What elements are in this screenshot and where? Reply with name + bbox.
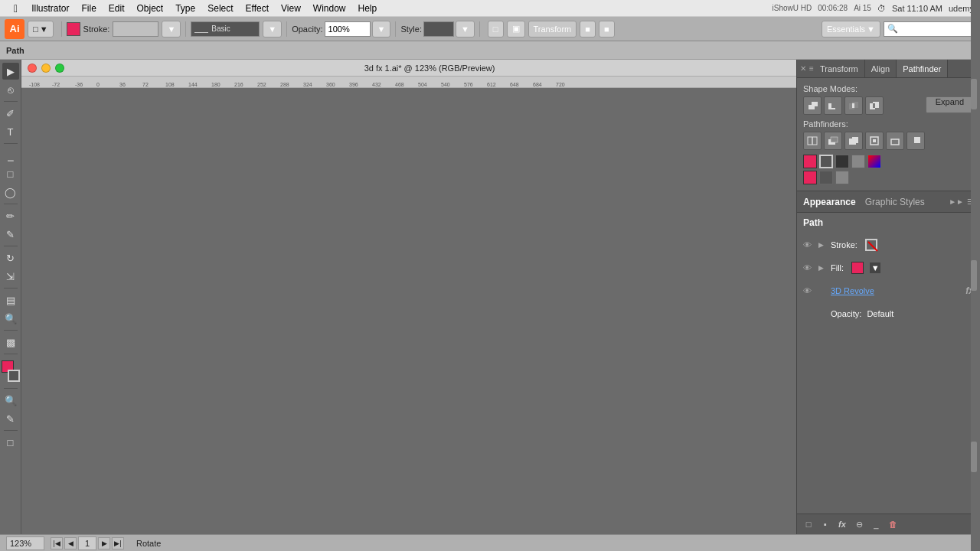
essentials-btn[interactable]: Essentials ▼ [822, 21, 880, 37]
right-icon-1[interactable] [971, 79, 977, 109]
fill-options-btn[interactable]: ▼ [870, 262, 880, 273]
opacity-arrow[interactable]: ▼ [372, 21, 391, 37]
crop-btn[interactable] [865, 132, 884, 150]
style-arrow[interactable]: ▼ [456, 21, 475, 37]
first-page-btn[interactable]: |◀ [51, 537, 63, 549]
align-btn[interactable]: ■ [580, 21, 596, 37]
transform-tab[interactable]: Transform [814, 60, 865, 77]
menu-help[interactable]: Help [352, 0, 384, 17]
transform-btn[interactable]: Transform [528, 21, 577, 37]
align-tab[interactable]: Align [865, 60, 897, 77]
swatch-pink-2[interactable] [803, 171, 817, 184]
stroke-input[interactable] [113, 21, 158, 37]
stroke-color-swatch[interactable] [865, 239, 877, 251]
pen-tool[interactable]: ✐ [2, 105, 19, 122]
fill-color-swatch[interactable] [67, 22, 80, 36]
pathfinder-tab[interactable]: Pathfinder [897, 60, 948, 77]
gradient-tool[interactable]: ▤ [2, 292, 19, 308]
panel-expand-arrows[interactable]: ►► [949, 197, 964, 206]
menu-illustrator[interactable]: Illustrator [25, 0, 75, 17]
add-new-stroke-btn[interactable]: □ [802, 517, 815, 531]
clear-appearance-btn[interactable]: ⊖ [852, 517, 866, 531]
workspace-switcher[interactable]: □ ▼ [28, 21, 54, 37]
scale-tool[interactable]: ⇲ [2, 268, 19, 285]
divide-btn[interactable] [803, 132, 822, 150]
paintbrush-tool[interactable]: ✏ [2, 207, 19, 224]
maximize-btn[interactable] [55, 64, 64, 73]
menu-type[interactable]: Type [169, 0, 201, 17]
type-tool[interactable]: T [2, 123, 19, 140]
prev-page-btn[interactable]: ◀ [64, 537, 77, 549]
brush-stroke-selector[interactable]: ⎯⎯⎯ Basic [191, 21, 260, 37]
right-icon-2[interactable] [971, 260, 977, 291]
select-tool[interactable]: ▶ [2, 63, 19, 80]
effect-visibility-icon[interactable]: 👁 [803, 286, 814, 295]
menu-object[interactable]: Object [131, 0, 170, 17]
delete-item-btn[interactable]: 🗑 [886, 517, 900, 531]
fill-expand-icon[interactable]: ▶ [818, 264, 826, 272]
brush-dropdown[interactable]: ▼ [263, 21, 282, 37]
swatch-stroke[interactable] [819, 155, 833, 168]
display-btn[interactable]: ▣ [507, 21, 525, 37]
effect-label[interactable]: 3D Revolve [831, 286, 874, 295]
style-selector[interactable] [423, 21, 454, 37]
search-box[interactable]: 🔍 [884, 21, 975, 37]
direct-select-tool[interactable]: ⎋ [2, 81, 19, 98]
ellipse-tool[interactable]: ◯ [2, 184, 19, 201]
swatch-gray[interactable] [851, 155, 865, 168]
minimize-btn[interactable] [41, 64, 51, 73]
intersect-btn[interactable] [844, 96, 863, 115]
graph-tool[interactable]: ▩ [2, 334, 19, 350]
apple-menu[interactable]:  [6, 0, 25, 17]
last-page-btn[interactable]: ▶| [112, 537, 124, 549]
collapse-panel-icon[interactable]: ≡ [809, 64, 814, 73]
pencil-tool[interactable]: ✎ [2, 226, 19, 243]
outline-btn[interactable] [886, 132, 904, 150]
swatch-gray-2[interactable] [835, 171, 849, 184]
add-effect-btn[interactable]: fx [835, 517, 849, 531]
minus-front-btn[interactable] [824, 96, 842, 115]
stroke-options[interactable]: ▼ [162, 21, 181, 37]
exclude-btn[interactable] [865, 96, 884, 115]
zoom-tool[interactable]: 🔍 [2, 392, 19, 409]
merge-btn[interactable] [844, 132, 863, 150]
appearance-title[interactable]: Appearance [803, 197, 856, 207]
hand-tool[interactable]: ✎ [2, 410, 19, 427]
stroke-visibility-icon[interactable]: 👁 [803, 240, 814, 249]
swatch-dark-2[interactable] [819, 171, 833, 184]
close-panel-icon[interactable]: ✕ [800, 64, 806, 73]
rect-tool[interactable]: □ [2, 165, 19, 182]
line-tool[interactable]: ⎯ [2, 147, 19, 164]
arrange-btn[interactable]: ■ [599, 21, 615, 37]
fill-color-swatch-appearance[interactable] [851, 262, 864, 274]
expand-btn[interactable]: Expand [926, 96, 974, 113]
panel-header-controls[interactable]: ✕ ≡ [797, 60, 817, 77]
fill-visibility-icon[interactable]: 👁 [803, 263, 814, 272]
unite-btn[interactable] [803, 96, 822, 115]
swatch-pink[interactable] [803, 155, 817, 168]
menu-select[interactable]: Select [201, 0, 239, 17]
stroke-expand-icon[interactable]: ▶ [818, 241, 826, 249]
menu-view[interactable]: View [275, 0, 307, 17]
right-icon-3[interactable] [971, 442, 977, 472]
menu-effect[interactable]: Effect [240, 0, 275, 17]
menu-edit[interactable]: Edit [103, 0, 131, 17]
swatch-gradient[interactable] [867, 155, 881, 168]
add-new-fill-btn[interactable]: ▪ [818, 517, 832, 531]
opacity-input[interactable]: 100% [325, 21, 371, 37]
next-page-btn[interactable]: ▶ [98, 537, 110, 549]
minus-back-btn[interactable] [906, 132, 925, 150]
graphic-styles-title[interactable]: Graphic Styles [865, 197, 925, 207]
swatch-dark[interactable] [835, 155, 849, 168]
rotate-tool[interactable]: ↻ [2, 249, 19, 266]
zoom-display[interactable]: 123% [6, 536, 44, 550]
menu-file[interactable]: File [75, 0, 102, 17]
stroke-swatch-tool[interactable] [8, 370, 20, 382]
view-options-btn[interactable]: □ [488, 21, 504, 37]
eyedropper-tool[interactable]: 🔍 [2, 310, 19, 327]
close-btn[interactable] [28, 64, 37, 73]
artboard-tool[interactable]: □ [2, 434, 19, 451]
menu-window[interactable]: Window [307, 0, 352, 17]
trim-btn[interactable] [824, 132, 842, 150]
reduce-items-btn[interactable]: ⎯ [869, 517, 883, 531]
